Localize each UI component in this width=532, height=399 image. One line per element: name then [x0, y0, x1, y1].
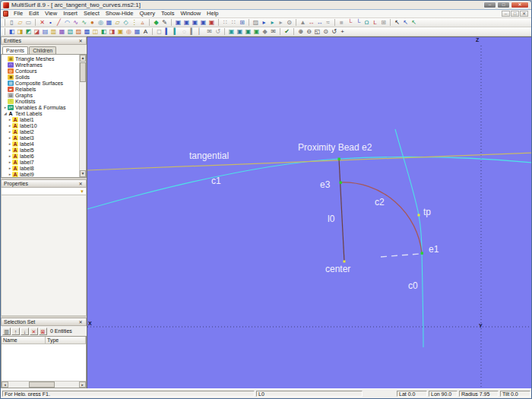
- tree-item-text-labels[interactable]: ◢AText Labels: [2, 110, 79, 116]
- copy-deep-icon[interactable]: ▣: [236, 27, 244, 36]
- tree-item-knotlists[interactable]: ⁖Knotlists: [2, 98, 79, 104]
- tree-item-label4[interactable]: ▸Alabel4: [2, 141, 79, 147]
- child-restore-button[interactable]: □: [511, 11, 519, 17]
- contour-tool-icon[interactable]: ◎: [125, 27, 133, 36]
- tangent-line[interactable]: [87, 153, 531, 170]
- tree-item-label2[interactable]: ▸Alabel2: [2, 128, 79, 135]
- duplicate-icon[interactable]: ▣: [252, 27, 261, 36]
- selection-hscrollbar[interactable]: ◂ ▸: [2, 381, 86, 388]
- menu-edit[interactable]: Edit: [26, 10, 42, 17]
- blank-tool-icon[interactable]: ■: [337, 18, 346, 27]
- selection-clear-icon[interactable]: ⊠: [39, 328, 47, 335]
- omega-tool-icon[interactable]: Ω: [363, 18, 371, 27]
- grid-settings-icon[interactable]: ⊞: [238, 18, 246, 27]
- selection-move-up-icon[interactable]: ↑: [11, 328, 20, 335]
- show-all-icon[interactable]: ◻: [155, 27, 163, 36]
- find-entity-icon[interactable]: ⊙: [285, 18, 293, 27]
- tree-item-composite-surfaces[interactable]: ▧Composite Surfaces: [2, 80, 79, 86]
- view-wireframe-icon[interactable]: ▣: [174, 18, 182, 27]
- menu-select[interactable]: Select: [81, 10, 103, 17]
- menu-help[interactable]: Help: [204, 10, 221, 17]
- menu-show-hide[interactable]: Show-Hide: [103, 10, 137, 17]
- ruled-surface-icon[interactable]: ◧: [8, 27, 16, 36]
- hscrollbar-thumb[interactable]: [29, 382, 55, 388]
- zoom-in-icon[interactable]: ⊕: [296, 27, 305, 36]
- scroll-up-icon[interactable]: ▲: [80, 55, 86, 62]
- toolbar-grip[interactable]: [3, 28, 5, 35]
- delete-entity-icon[interactable]: ✕: [38, 18, 46, 27]
- close-icon[interactable]: ✕: [78, 38, 84, 43]
- zoom-window-icon[interactable]: ◱: [313, 27, 321, 36]
- ltype-tool-icon[interactable]: L: [371, 18, 379, 27]
- point-e2[interactable]: [338, 158, 340, 160]
- menu-query[interactable]: Query: [136, 10, 157, 17]
- polyline-red-icon[interactable]: └: [346, 18, 354, 27]
- frame-entity-icon[interactable]: ◇: [122, 18, 130, 27]
- cloft-surface-icon[interactable]: ▤: [41, 27, 49, 36]
- open-file-icon[interactable]: ▱: [16, 18, 24, 27]
- bcurve-entity-icon[interactable]: ∿: [71, 18, 80, 27]
- entities-scrollbar[interactable]: ▲ ▼: [79, 55, 86, 177]
- snake-entity-icon[interactable]: ∿: [80, 18, 88, 27]
- menu-window[interactable]: Window: [177, 10, 204, 17]
- pan-view-icon[interactable]: +: [338, 27, 347, 36]
- tree-item-label5[interactable]: ▸Alabel5: [2, 147, 79, 153]
- filter-icon[interactable]: ▼: [80, 189, 84, 194]
- line-entity-icon[interactable]: ╱: [55, 18, 63, 27]
- nurbs-surface-icon[interactable]: ▦: [58, 27, 66, 36]
- projected-surface-icon[interactable]: ▩: [83, 27, 91, 36]
- verify-model-icon[interactable]: ✔: [283, 27, 291, 36]
- child-minimize-button[interactable]: –: [502, 11, 510, 17]
- text-label-tool-icon[interactable]: A: [141, 27, 150, 36]
- refresh-icon[interactable]: ↺: [214, 27, 222, 36]
- edit-entity-icon[interactable]: ✎: [160, 18, 169, 27]
- tree-item-wireframes[interactable]: ◠Wireframes: [2, 62, 79, 68]
- hide-entities-icon[interactable]: ▸: [277, 18, 285, 27]
- tab-children[interactable]: Children: [29, 46, 56, 54]
- minimize-button[interactable]: –: [483, 2, 496, 8]
- show-curves-icon[interactable]: ▸: [268, 18, 277, 27]
- view-shaded-icon[interactable]: ▣: [182, 18, 191, 27]
- tree-item-triangle-meshes[interactable]: ▦Triangle Meshes: [2, 55, 79, 62]
- tree-item-label9[interactable]: ▸Alabel9: [2, 171, 79, 177]
- zoom-fit-icon[interactable]: ⊙: [321, 27, 330, 36]
- child-close-button[interactable]: ✕: [520, 11, 528, 17]
- hide-all-icon[interactable]: ◌: [180, 27, 188, 36]
- tree-item-label6[interactable]: ▸Alabel6: [2, 153, 79, 159]
- show-points-icon[interactable]: ▸: [260, 18, 268, 27]
- bead-entity-icon[interactable]: ●: [88, 18, 97, 27]
- select-filter-cursor-icon[interactable]: ↖: [410, 18, 418, 27]
- menu-insert[interactable]: Insert: [60, 10, 81, 17]
- close-icon[interactable]: ✕: [78, 319, 84, 325]
- offset-surface-icon[interactable]: ▨: [74, 27, 83, 36]
- tree-item-solids[interactable]: ◼Solids: [2, 74, 79, 80]
- tree-item-label7[interactable]: ▸Alabel7: [2, 159, 79, 165]
- selection-columns-icon[interactable]: ▥: [2, 328, 11, 335]
- ring-entity-icon[interactable]: ◎: [97, 18, 105, 27]
- point-e3[interactable]: [340, 182, 342, 184]
- save-file-icon[interactable]: ▭: [24, 18, 33, 27]
- rotate-view-icon[interactable]: ↺: [330, 27, 338, 36]
- mask-icon[interactable]: ▨: [252, 18, 260, 27]
- arc-c2[interactable]: [340, 182, 422, 253]
- translate-surface-icon[interactable]: ◩: [24, 27, 33, 36]
- tree-item-label3[interactable]: ▸Alabel3: [2, 135, 79, 141]
- scroll-right-icon[interactable]: ▸: [79, 382, 86, 388]
- graph-entity-icon[interactable]: ▵: [138, 18, 147, 27]
- send-icon[interactable]: ✉: [269, 27, 277, 36]
- paste-entities-icon[interactable]: ▣: [244, 27, 252, 36]
- measure-distance-icon[interactable]: ↔: [307, 18, 315, 27]
- column-header-name[interactable]: Name: [2, 337, 46, 344]
- copy-entities-icon[interactable]: ▣: [227, 27, 236, 36]
- invisible-flag-icon[interactable]: ▏: [197, 27, 205, 36]
- notes-icon[interactable]: ✉: [205, 27, 214, 36]
- snap-grid-icon[interactable]: ∷: [221, 18, 230, 27]
- show-flag-teal-icon[interactable]: ▍: [172, 27, 180, 36]
- fillet-surface-icon[interactable]: ▧: [66, 27, 74, 36]
- measure-curve-icon[interactable]: ↔: [315, 18, 324, 27]
- arc-entity-icon[interactable]: ◠: [63, 18, 71, 27]
- curvature-icon[interactable]: ≈: [324, 18, 332, 27]
- menu-tools[interactable]: Tools: [158, 10, 178, 17]
- select-cursor-icon[interactable]: ↖: [393, 18, 401, 27]
- polyline-blue-icon[interactable]: └: [354, 18, 363, 27]
